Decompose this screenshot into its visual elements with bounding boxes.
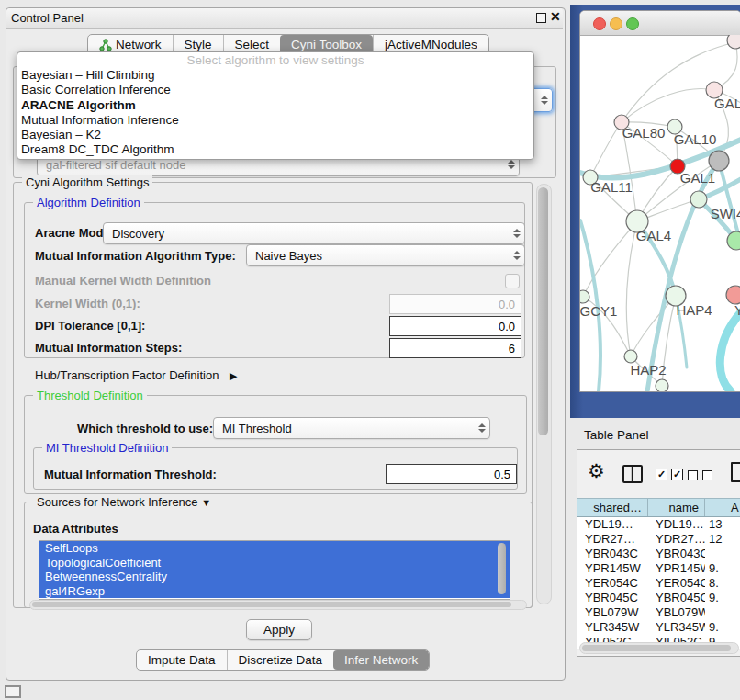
- checkbox-empty-icon[interactable]: [702, 470, 712, 480]
- table-row[interactable]: YER054C YER054C 8.: [577, 576, 740, 591]
- tab-impute-data[interactable]: Impute Data: [137, 650, 227, 670]
- cyni-settings-title: Cyni Algorithm Settings: [22, 175, 152, 189]
- list-item[interactable]: TopologicalCoefficient: [39, 556, 510, 570]
- threshold-definition-title: Threshold Definition: [33, 389, 147, 402]
- mi-type-combo[interactable]: Naive Bayes: [246, 244, 525, 266]
- column-layout-icon[interactable]: [622, 465, 643, 483]
- list-item[interactable]: SelfLoops: [39, 541, 510, 556]
- data-attributes-label: Data Attributes: [33, 522, 118, 536]
- node-label: SWI4: [711, 206, 740, 221]
- which-threshold-combo[interactable]: MI Threshold: [213, 417, 490, 439]
- node-unlabeled[interactable]: [727, 35, 740, 49]
- tab-infer-network[interactable]: Infer Network: [333, 650, 429, 670]
- table-row[interactable]: YBL079W YBL079W: [577, 605, 740, 620]
- dpi-tolerance-label: DPI Tolerance [0,1]:: [35, 319, 145, 333]
- edges-teal: [580, 140, 740, 391]
- combo-arrows-icon: [510, 251, 524, 260]
- table-panel-title: Table Panel: [584, 428, 649, 442]
- table-row[interactable]: YBR043C YBR043C: [577, 547, 740, 561]
- algorithm-item-selected[interactable]: ARACNE Algorithm: [17, 98, 533, 113]
- aracne-mode-combo[interactable]: Discovery: [103, 222, 525, 244]
- node-label: GAL80: [622, 125, 666, 141]
- close-icon[interactable]: ✕: [550, 9, 561, 24]
- mi-steps-field[interactable]: [389, 338, 521, 358]
- node-label: GAL: [714, 96, 740, 111]
- collapsed-panel-icon[interactable]: [5, 685, 21, 698]
- list-hscrollbar[interactable]: [29, 600, 527, 610]
- gear-icon[interactable]: ⚙: [588, 460, 605, 482]
- kernel-width-label: Kernel Width (0,1):: [35, 297, 140, 310]
- list-hscrollbar-thumb[interactable]: [32, 602, 511, 607]
- manual-kernel-label: Manual Kernel Width Definition: [35, 274, 211, 288]
- column-header-name[interactable]: name: [648, 499, 705, 516]
- mi-steps-label: Mutual Information Steps:: [35, 341, 182, 355]
- table-hscrollbar-thumb[interactable]: [582, 645, 731, 651]
- apply-button[interactable]: Apply: [246, 619, 312, 640]
- close-traffic-icon[interactable]: [593, 17, 606, 30]
- list-item[interactable]: gal4RGexp: [39, 584, 510, 599]
- combo-arrows-icon: [504, 160, 519, 169]
- table-row[interactable]: YDL19… YDL19… 13: [577, 517, 740, 532]
- combo-arrows-icon: [537, 96, 552, 105]
- column-header-shared-name[interactable]: shared…: [577, 499, 648, 516]
- table-header-row: shared… name A: [577, 498, 740, 517]
- node-gray[interactable]: [709, 151, 729, 171]
- manual-kernel-checkbox[interactable]: [505, 274, 520, 288]
- network-canvas[interactable]: GAL GAL80 GAL10 GAL1 GAL11 SWI4 GAL4 GCY…: [580, 35, 740, 391]
- new-table-icon[interactable]: [731, 462, 740, 482]
- node-label: GAL10: [674, 131, 717, 147]
- control-panel-titlebar[interactable]: [6, 8, 563, 29]
- node-gcy1[interactable]: [580, 290, 589, 303]
- checkbox-checked-icon[interactable]: ✓: [671, 469, 683, 480]
- which-threshold-label: Which threshold to use:: [77, 422, 213, 435]
- network-window-titlebar[interactable]: [580, 11, 740, 36]
- minimize-traffic-icon[interactable]: [610, 17, 622, 30]
- node-labels: GAL GAL80 GAL10 GAL1 GAL11 SWI4 GAL4 GCY…: [580, 96, 740, 378]
- float-window-icon[interactable]: [536, 13, 546, 23]
- table-row[interactable]: YPR145W YPR145W 9.: [577, 561, 740, 576]
- algorithm-item[interactable]: Mutual Information Inference: [17, 113, 533, 128]
- node-label: HAP2: [630, 362, 666, 378]
- mi-threshold-field[interactable]: [386, 464, 517, 484]
- mi-threshold-group-title: MI Threshold Definition: [42, 441, 172, 455]
- node-swi4[interactable]: [690, 191, 707, 208]
- column-header-partial[interactable]: A: [705, 499, 740, 516]
- zoom-traffic-icon[interactable]: [626, 17, 639, 30]
- algorithm-item[interactable]: Basic Correlation Inference: [17, 83, 533, 97]
- tab-discretize-data[interactable]: Discretize Data: [227, 650, 334, 670]
- node-label: HAP4: [676, 302, 712, 318]
- mi-threshold-field-wrap: [386, 464, 517, 484]
- node-hap2[interactable]: [624, 350, 637, 363]
- table-row[interactable]: YBR045C YBR045C 9.: [577, 591, 740, 605]
- network-view-window[interactable]: GAL GAL80 GAL10 GAL1 GAL11 SWI4 GAL4 GCY…: [579, 10, 740, 392]
- hub-definition-toggle[interactable]: Hub/Transcription Factor Definition ▶: [35, 368, 237, 382]
- algorithm-item[interactable]: Dream8 DC_TDC Algorithm: [17, 142, 533, 157]
- edge-cyan: [720, 312, 740, 391]
- kernel-width-field-wrap: [389, 294, 521, 314]
- list-scrollbar-thumb[interactable]: [498, 543, 506, 594]
- node-green-right[interactable]: [727, 231, 740, 250]
- dpi-tolerance-field-wrap: [389, 316, 521, 336]
- settings-scrollbar[interactable]: [536, 184, 552, 604]
- checkbox-empty-icon[interactable]: [688, 470, 698, 480]
- combo-arrows-icon: [475, 423, 489, 433]
- table-hscrollbar[interactable]: [579, 642, 739, 654]
- algorithm-item[interactable]: Bayesian – Hill Climbing: [17, 68, 533, 83]
- algorithm-item[interactable]: Bayesian – K2: [17, 128, 533, 142]
- algorithm-definition-title: Algorithm Definition: [33, 196, 144, 209]
- settings-scrollbar-thumb[interactable]: [538, 187, 548, 435]
- table-row[interactable]: YLR345W YLR345W 9.: [577, 620, 740, 635]
- sources-group-title: Sources for Network Inference ▼: [33, 495, 215, 509]
- table-row[interactable]: YDR27… YDR27… 12: [577, 532, 740, 547]
- node-label: GAL1: [680, 170, 715, 186]
- mi-steps-field-wrap: [389, 338, 521, 358]
- expanded-arrow-icon[interactable]: ▼: [201, 497, 211, 508]
- list-item[interactable]: BetweennessCentrality: [39, 570, 510, 584]
- control-panel-title: Control Panel: [11, 11, 84, 25]
- node-bottom[interactable]: [656, 379, 668, 391]
- checkbox-checked-icon[interactable]: ✓: [656, 469, 667, 480]
- dpi-tolerance-field[interactable]: [389, 316, 521, 336]
- mi-threshold-label: Mutual Information Threshold:: [44, 468, 217, 481]
- kernel-width-field[interactable]: [389, 294, 521, 314]
- node-y[interactable]: [726, 286, 740, 304]
